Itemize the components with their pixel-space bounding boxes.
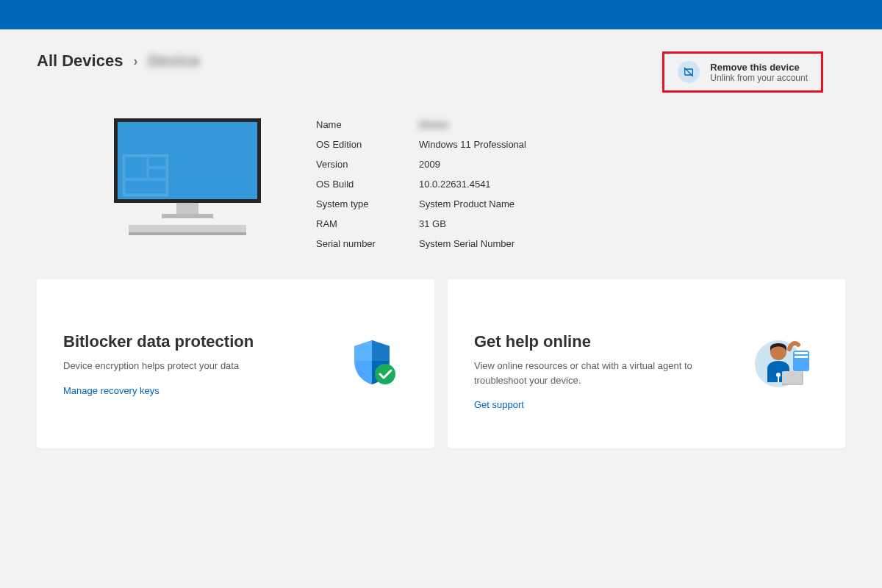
shield-check-icon xyxy=(342,306,408,422)
help-title: Get help online xyxy=(474,332,753,351)
device-illustration xyxy=(37,115,265,254)
detail-os-label: OS Edition xyxy=(316,139,419,150)
detail-name-label: Name xyxy=(316,119,419,130)
bitlocker-title: Bitlocker data protection xyxy=(63,332,342,351)
bitlocker-link[interactable]: Manage recovery keys xyxy=(63,385,159,396)
svg-rect-3 xyxy=(118,122,257,199)
remove-device-title: Remove this device xyxy=(710,62,808,73)
breadcrumb-current: Device xyxy=(148,51,200,71)
help-card: Get help online View online resources or… xyxy=(448,279,845,448)
support-agent-icon xyxy=(753,306,819,422)
breadcrumb-root[interactable]: All Devices xyxy=(37,51,123,71)
bitlocker-desc: Device encryption helps protect your dat… xyxy=(63,359,291,373)
detail-serial-label: Serial number xyxy=(316,238,419,249)
unlink-icon xyxy=(678,61,700,83)
help-link[interactable]: Get support xyxy=(474,399,524,410)
detail-name-value: Device xyxy=(419,119,448,130)
detail-ram-label: RAM xyxy=(316,218,419,229)
detail-version-label: Version xyxy=(316,159,419,170)
svg-rect-16 xyxy=(795,352,808,354)
breadcrumb: All Devices › Device xyxy=(37,51,200,71)
detail-systype-value: System Product Name xyxy=(419,198,514,209)
bitlocker-card: Bitlocker data protection Device encrypt… xyxy=(37,279,434,448)
svg-rect-21 xyxy=(778,375,779,382)
detail-os-value: Windows 11 Professional xyxy=(419,139,526,150)
svg-rect-9 xyxy=(176,203,198,214)
device-details: Name Device OS Edition Windows 11 Profes… xyxy=(294,115,845,254)
svg-point-13 xyxy=(375,364,395,384)
detail-ram-value: 31 GB xyxy=(419,218,446,229)
svg-rect-10 xyxy=(162,214,213,218)
remove-device-subtitle: Unlink from your account xyxy=(710,73,808,83)
detail-serial-value: System Serial Number xyxy=(419,238,514,249)
top-banner xyxy=(0,0,882,29)
detail-version-value: 2009 xyxy=(419,159,440,170)
chevron-right-icon: › xyxy=(133,54,137,69)
svg-rect-12 xyxy=(129,232,246,235)
detail-build-value: 10.0.22631.4541 xyxy=(419,179,491,190)
help-desc: View online resources or chat with a vir… xyxy=(474,359,702,387)
remove-device-button[interactable]: Remove this device Unlink from your acco… xyxy=(662,51,823,93)
detail-systype-label: System type xyxy=(316,198,419,209)
detail-build-label: OS Build xyxy=(316,179,419,190)
svg-rect-19 xyxy=(782,371,803,384)
svg-rect-17 xyxy=(795,356,808,358)
